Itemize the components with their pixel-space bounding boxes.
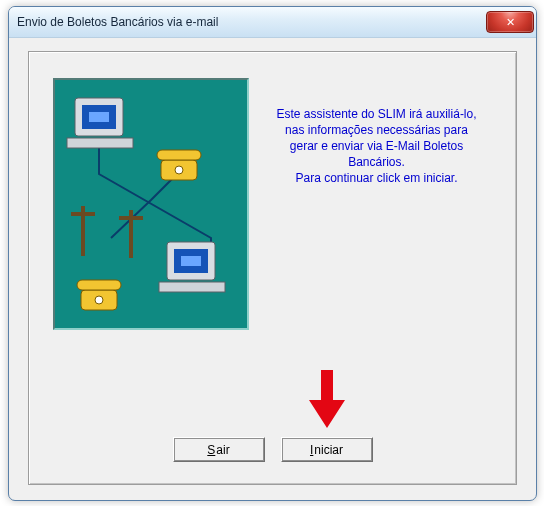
window-frame: Envio de Boletos Bancários via e-mail ✕ [8,6,537,501]
annotation-arrow-icon [307,370,347,430]
wizard-line: Para continuar click em iniciar. [295,171,457,185]
svg-rect-16 [77,280,121,290]
wizard-line: Bancários. [348,155,405,169]
svg-point-10 [175,166,183,174]
network-illustration [53,78,249,330]
svg-point-17 [95,296,103,304]
client-area: Este assistente do SLIM irá auxiliá-lo, … [12,39,533,497]
svg-rect-7 [89,112,109,122]
mnemonic: S [207,443,216,457]
svg-rect-11 [159,282,225,292]
svg-rect-4 [67,138,133,148]
close-icon: ✕ [506,17,515,28]
svg-rect-14 [181,256,201,266]
wizard-line: nas informações necessárias para [285,123,468,137]
close-button[interactable]: ✕ [486,11,534,33]
exit-button[interactable]: Sair [173,437,265,462]
button-label: air [216,443,229,457]
start-button[interactable]: Iniciar [281,437,373,462]
wizard-panel: Este assistente do SLIM irá auxiliá-lo, … [28,51,517,485]
button-label: niciar [314,443,343,457]
svg-rect-9 [157,150,201,160]
wizard-line: Este assistente do SLIM irá auxiliá-lo, [276,107,476,121]
window-title: Envio de Boletos Bancários via e-mail [17,15,218,29]
wizard-intro-text: Este assistente do SLIM irá auxiliá-lo, … [255,106,498,186]
wizard-line: gerar e enviar via E-Mail Boletos [290,139,463,153]
title-bar: Envio de Boletos Bancários via e-mail ✕ [9,7,536,38]
button-row: Sair Iniciar [29,437,516,462]
